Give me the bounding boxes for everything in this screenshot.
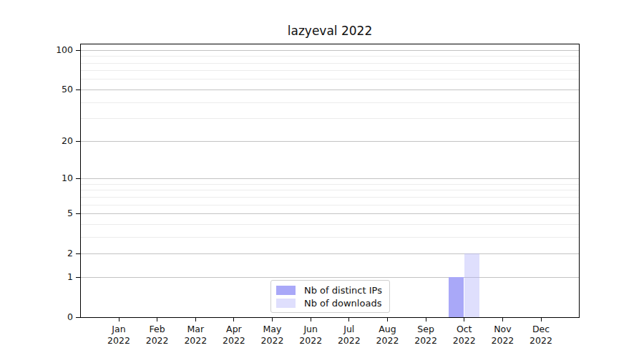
y-axis-tick xyxy=(76,213,80,214)
gridline-minor xyxy=(81,190,579,190)
legend-item-downloads: Nb of downloads xyxy=(276,297,384,309)
gridline-minor xyxy=(81,70,579,71)
y-axis-tick xyxy=(76,141,80,142)
gridline-minor xyxy=(81,56,579,57)
chart-title: lazyeval 2022 xyxy=(80,24,580,38)
x-axis-tick xyxy=(541,317,542,321)
x-axis-tick xyxy=(464,317,464,321)
gridline-major xyxy=(81,50,579,51)
x-axis-tick xyxy=(233,317,234,321)
x-axis-tick xyxy=(272,317,273,321)
gridline-minor xyxy=(81,197,579,198)
y-axis-tick xyxy=(76,253,80,254)
gridline-minor xyxy=(81,102,579,103)
y-axis-tick-label: 0 xyxy=(29,311,73,323)
y-axis-tick-label: 2 xyxy=(29,248,73,259)
y-axis-tick xyxy=(76,317,80,318)
x-label-year: 2022 xyxy=(518,335,564,347)
y-axis-tick-label: 100 xyxy=(29,44,73,56)
x-axis-tick xyxy=(502,317,503,321)
y-axis-tick xyxy=(76,277,80,278)
bar-nb-of-downloads xyxy=(464,253,479,317)
x-axis-tick xyxy=(387,317,388,321)
gridline-major xyxy=(81,90,579,90)
gridline-minor xyxy=(81,237,579,238)
x-axis-tick xyxy=(426,317,426,321)
chart-canvas: lazyeval 2022 Nb of distinct IPs Nb of d… xyxy=(0,0,644,358)
gridline-major xyxy=(81,253,579,254)
plot-area xyxy=(80,44,580,318)
x-axis-tick xyxy=(157,317,157,321)
x-axis-tick xyxy=(348,317,349,321)
x-label-month: Dec xyxy=(518,324,564,335)
y-axis-tick-label: 1 xyxy=(29,271,73,283)
y-axis-tick-label: 10 xyxy=(29,173,73,184)
y-axis-tick-label: 20 xyxy=(29,135,73,147)
legend: Nb of distinct IPs Nb of downloads xyxy=(270,280,390,313)
legend-item-distinct-ips: Nb of distinct IPs xyxy=(276,284,384,296)
gridline-minor xyxy=(81,79,579,79)
x-axis-tick-label: Dec2022 xyxy=(518,324,564,346)
x-axis-tick xyxy=(119,317,119,321)
gridline-major xyxy=(81,277,579,278)
gridline-minor xyxy=(81,118,579,119)
legend-label-downloads: Nb of downloads xyxy=(304,298,381,309)
y-axis-tick xyxy=(76,50,80,51)
legend-label-distinct-ips: Nb of distinct IPs xyxy=(304,285,382,296)
y-axis-tick xyxy=(76,90,80,90)
gridline-major xyxy=(81,213,579,214)
gridline-major xyxy=(81,178,579,179)
gridline-major xyxy=(81,141,579,142)
y-axis-tick xyxy=(76,178,80,179)
y-axis-tick-label: 5 xyxy=(29,208,73,219)
legend-swatch-downloads xyxy=(276,299,296,308)
gridline-minor xyxy=(81,184,579,185)
gridline-minor xyxy=(81,224,579,225)
gridline-minor xyxy=(81,63,579,64)
bar-nb-of-distinct-ips xyxy=(449,277,464,317)
gridline-minor xyxy=(81,205,579,205)
y-axis-tick-label: 50 xyxy=(29,84,73,95)
x-axis-tick xyxy=(311,317,311,321)
legend-swatch-distinct-ips xyxy=(276,286,296,295)
x-axis-tick xyxy=(195,317,196,321)
